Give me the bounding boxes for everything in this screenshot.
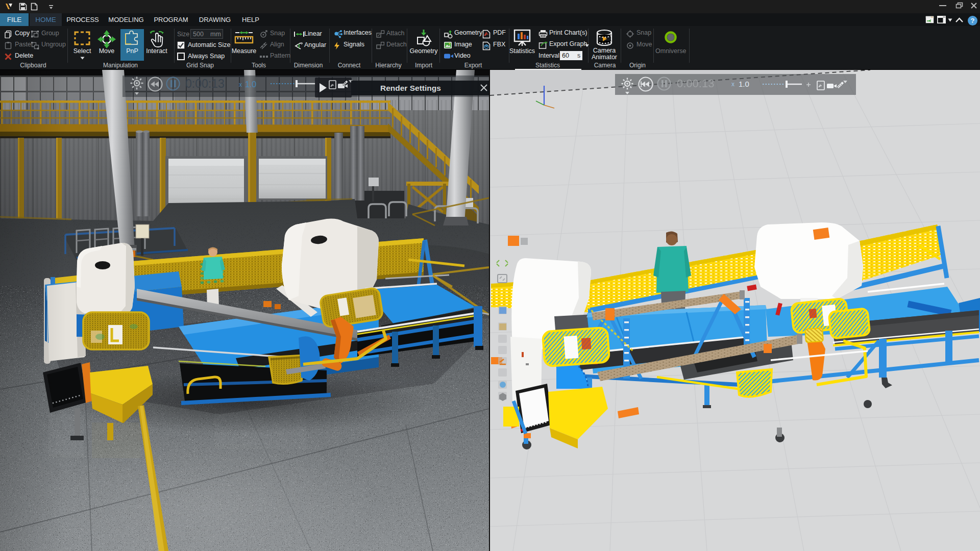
- svg-text:Render Settings: Render Settings: [380, 84, 441, 92]
- svg-text:0:00:13: 0:00:13: [677, 77, 714, 90]
- svg-text:1.0: 1.0: [739, 80, 749, 88]
- svg-text:x: x: [731, 81, 734, 88]
- svg-text:x: x: [239, 81, 242, 88]
- svg-text:0:00:13: 0:00:13: [185, 77, 225, 90]
- svg-text:1.0: 1.0: [245, 80, 256, 89]
